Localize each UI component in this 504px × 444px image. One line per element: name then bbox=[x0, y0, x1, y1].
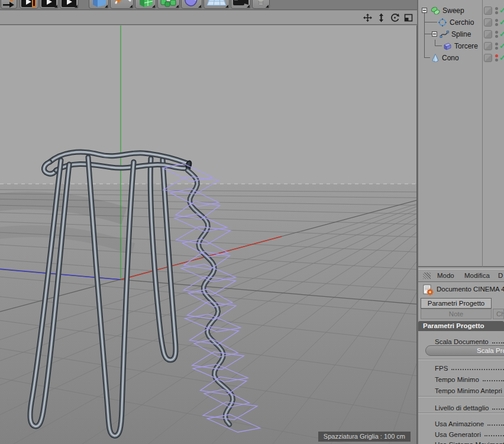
panel-drag-handle-icon[interactable] bbox=[423, 273, 431, 279]
flyout-corner bbox=[266, 5, 269, 8]
add-modeling-button[interactable] bbox=[157, 0, 180, 9]
menu-d-clipped[interactable]: D bbox=[498, 272, 503, 279]
field-usa-sistema-movimento: Usa Sistema Moviment bbox=[418, 438, 504, 444]
visibility-dot-render[interactable] bbox=[495, 35, 498, 38]
collapse-box[interactable] bbox=[422, 8, 427, 13]
visibility-dot-render[interactable] bbox=[495, 23, 498, 26]
object-label[interactable]: Cono bbox=[442, 54, 459, 62]
add-light-button[interactable] bbox=[252, 0, 270, 9]
field-scala-documento: Scala Documento bbox=[418, 335, 504, 345]
separator bbox=[418, 396, 504, 397]
flyout-corner bbox=[176, 5, 179, 8]
render-settings-button[interactable] bbox=[60, 0, 79, 9]
visibility-dot-render[interactable] bbox=[495, 47, 498, 50]
object-label[interactable]: Cerchio bbox=[450, 18, 474, 27]
maximize-icon[interactable] bbox=[403, 13, 413, 22]
menu-modo[interactable]: Modo bbox=[437, 272, 454, 279]
object-row-cono[interactable]: Cono ✓ bbox=[418, 52, 504, 64]
field-usa-generatori: Usa Generatori bbox=[418, 428, 504, 438]
field-fps: FPS bbox=[418, 362, 504, 372]
tab-note[interactable]: Note bbox=[421, 309, 492, 319]
flyout-corner bbox=[198, 5, 201, 8]
enable-check-icon[interactable]: ✓ bbox=[499, 30, 504, 38]
pointer-arrow-button[interactable] bbox=[1, 0, 17, 9]
flyout-corner bbox=[54, 5, 57, 8]
3d-viewport[interactable]: Spazziatura Griglia : 100 cm bbox=[0, 25, 417, 444]
add-deformer-button[interactable] bbox=[181, 0, 202, 9]
section-header-parametri-progetto: Parametri Progetto bbox=[418, 321, 504, 331]
layer-swatch[interactable] bbox=[484, 30, 492, 38]
rotate-icon[interactable] bbox=[390, 13, 400, 22]
twist-icon bbox=[442, 41, 452, 51]
dotted-leader bbox=[451, 369, 504, 370]
enable-check-icon[interactable]: ✓ bbox=[499, 6, 504, 15]
menu-modifica[interactable]: Modifica bbox=[464, 272, 490, 279]
add-camera-button[interactable] bbox=[231, 0, 251, 9]
visibility-dot-editor[interactable] bbox=[495, 7, 498, 10]
flyout-corner bbox=[247, 5, 250, 8]
grid-spacing-status: Spazziatura Griglia : 100 cm bbox=[318, 432, 411, 442]
flyout-corner bbox=[225, 5, 228, 8]
dotted-leader bbox=[492, 409, 504, 410]
object-label[interactable]: Spline bbox=[451, 30, 471, 38]
visibility-dot-editor-red[interactable] bbox=[495, 54, 498, 57]
visibility-dot-render[interactable] bbox=[495, 59, 498, 61]
object-row-spline[interactable]: Spline ✓ bbox=[418, 28, 504, 40]
dotted-leader bbox=[487, 424, 504, 426]
render-view-button[interactable] bbox=[20, 0, 38, 9]
object-row-torcere[interactable]: Torcere ✓ bbox=[418, 40, 504, 52]
separator bbox=[418, 413, 504, 414]
floor-grid-icon bbox=[205, 0, 228, 8]
field-usa-animazione: Usa Animazione bbox=[418, 417, 504, 427]
sweep-icon bbox=[431, 6, 440, 15]
add-generator-button[interactable] bbox=[135, 0, 156, 9]
collapse-box[interactable] bbox=[432, 31, 437, 37]
dotted-leader bbox=[492, 342, 504, 343]
visibility-dot-editor[interactable] bbox=[495, 19, 498, 22]
attribute-menubar: Modo Modifica D bbox=[418, 269, 504, 282]
right-panel: Sweep ✓ Cerchio ✓ bbox=[417, 0, 504, 444]
visibility-dot-editor[interactable] bbox=[495, 31, 498, 34]
pan-icon[interactable] bbox=[363, 13, 373, 22]
object-label[interactable]: Torcere bbox=[454, 42, 478, 50]
flyout-corner bbox=[105, 5, 108, 8]
field-tempo-minimo-anteprima: Tempo Minimo Antepri bbox=[418, 384, 504, 394]
cone-icon bbox=[431, 53, 440, 63]
zoom-icon[interactable] bbox=[376, 13, 386, 22]
visibility-dot-render[interactable] bbox=[495, 11, 498, 14]
flyout-corner bbox=[130, 5, 133, 8]
flyout-corner bbox=[75, 5, 77, 8]
field-tempo-minimo: Tempo Minimo bbox=[418, 373, 504, 383]
object-label[interactable]: Sweep bbox=[442, 7, 464, 15]
visibility-dot-editor[interactable] bbox=[495, 43, 498, 46]
field-livello-dettaglio: Livello di dettaglio bbox=[418, 401, 504, 411]
layer-swatch[interactable] bbox=[484, 18, 492, 27]
enable-check-icon[interactable]: ✓ bbox=[499, 53, 504, 62]
scala-progetto-button[interactable]: Scala Pro bbox=[425, 345, 504, 356]
viewport-header bbox=[0, 11, 418, 25]
layer-swatch[interactable] bbox=[484, 7, 492, 15]
object-manager: Sweep ✓ Cerchio ✓ bbox=[418, 0, 504, 267]
document-row[interactable]: Documento CINEMA 4 bbox=[418, 283, 504, 297]
add-spline-button[interactable] bbox=[110, 0, 134, 9]
layer-swatch[interactable] bbox=[484, 54, 492, 62]
enable-check-icon[interactable]: ✓ bbox=[499, 18, 504, 27]
enable-check-icon[interactable]: ✓ bbox=[499, 41, 504, 50]
tab-parametri-progetto[interactable]: Parametri Progetto bbox=[421, 298, 492, 309]
render-picture-viewer-button[interactable] bbox=[40, 0, 59, 9]
object-row-sweep[interactable]: Sweep ✓ bbox=[418, 5, 504, 17]
add-environment-button[interactable] bbox=[203, 0, 230, 9]
document-title: Documento CINEMA 4 bbox=[437, 286, 504, 293]
flyout-corner bbox=[152, 5, 155, 8]
pointer-arrow-icon bbox=[2, 0, 16, 8]
document-gear-icon bbox=[423, 284, 434, 296]
add-cube-button[interactable] bbox=[89, 0, 109, 9]
separator bbox=[418, 359, 504, 360]
dotted-leader bbox=[483, 380, 504, 381]
main-toolbar bbox=[0, 0, 420, 10]
dotted-leader bbox=[484, 435, 504, 436]
tab-ch-clipped[interactable]: Ch bbox=[493, 309, 504, 319]
spline-icon bbox=[440, 30, 449, 39]
object-row-cerchio[interactable]: Cerchio ✓ bbox=[418, 17, 504, 28]
layer-swatch[interactable] bbox=[484, 42, 492, 50]
